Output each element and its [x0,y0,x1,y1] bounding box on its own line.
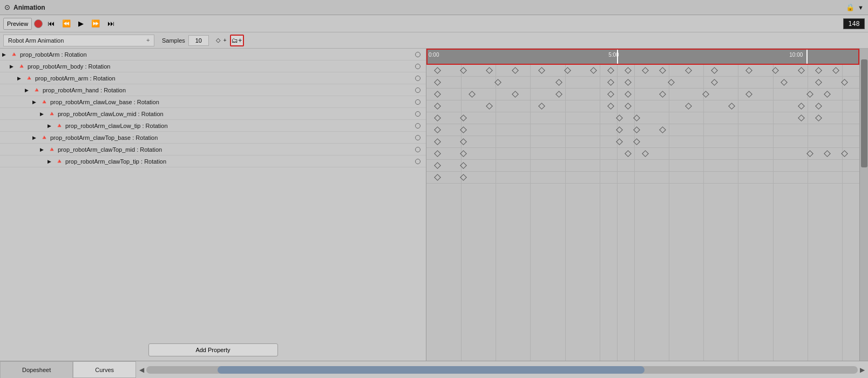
keyframe-diamond[interactable] [659,126,666,133]
key-dot[interactable] [415,159,421,164]
key-dot[interactable] [415,123,421,129]
lock-icon[interactable]: 🔒 [846,3,855,11]
keyframe-diamond[interactable] [607,91,614,98]
expand-arrow[interactable]: ▶ [10,64,16,69]
add-property-button[interactable]: Add Property [148,343,278,356]
to-end-button[interactable]: ⏭ [105,18,117,29]
keyframe-diamond[interactable] [815,67,822,74]
keyframe-diamond[interactable] [633,126,640,133]
keyframe-diamond[interactable] [590,67,597,74]
keyframe-diamond[interactable] [460,114,467,122]
expand-arrow[interactable]: ▶ [25,87,31,93]
clip-name-selector[interactable]: Robot Arm Animation ÷ [3,35,154,46]
keyframe-diamond[interactable] [625,103,632,110]
keyframe-diamond[interactable] [685,67,692,74]
timeline-tracks[interactable] [426,65,859,361]
scroll-left-arrow[interactable]: ◀ [139,366,144,374]
key-dot[interactable] [415,76,421,81]
keyframe-diamond[interactable] [685,103,692,110]
keyframe-diamond[interactable] [607,79,614,86]
keyframe-diamond[interactable] [469,91,476,98]
keyframe-diamond[interactable] [512,67,519,74]
keyframe-diamond[interactable] [625,91,632,98]
keyframe-diamond[interactable] [642,67,649,74]
keyframe-diamond[interactable] [460,126,467,133]
expand-arrow[interactable]: ▶ [17,76,24,81]
keyframe-diamond[interactable] [781,79,788,86]
expand-arrow[interactable]: ▶ [32,99,39,105]
keyframe-diamond[interactable] [711,79,718,86]
keyframe-diamond[interactable] [434,67,441,74]
preview-button[interactable]: Preview [3,18,32,30]
keyframe-diamond[interactable] [616,138,623,145]
expand-arrow[interactable]: ▶ [48,159,54,164]
keyframe-diamond[interactable] [460,138,467,145]
keyframe-diamond[interactable] [616,126,623,133]
next-frame-button[interactable]: ⏩ [89,18,103,29]
keyframe-diamond[interactable] [434,114,441,122]
keyframe-diamond[interactable] [434,103,441,110]
expand-arrow[interactable]: ▶ [2,52,9,57]
expand-arrow[interactable]: ▶ [40,111,46,117]
expand-arrow[interactable]: ▶ [32,135,39,140]
to-start-button[interactable]: ⏮ [45,18,57,29]
keyframe-diamond[interactable] [486,67,493,74]
keyframe-diamond[interactable] [460,162,467,169]
key-dot[interactable] [415,99,421,105]
key-dot[interactable] [415,111,421,117]
keyframe-diamond[interactable] [564,67,571,74]
keyframe-diamond[interactable] [806,91,813,98]
keyframe-diamond[interactable] [798,103,805,110]
key-dot[interactable] [415,147,421,152]
prev-frame-button[interactable]: ⏪ [59,18,73,29]
keyframe-diamond[interactable] [607,67,614,74]
tab-curves[interactable]: Curves [73,361,136,378]
keyframe-diamond[interactable] [642,150,649,157]
keyframe-diamond[interactable] [512,91,519,98]
keyframe-diamond[interactable] [798,114,805,122]
keyframe-diamond[interactable] [711,67,718,74]
keyframe-diamond[interactable] [625,67,632,74]
keyframe-diamond[interactable] [824,91,831,98]
key-dot[interactable] [415,135,421,140]
add-keyframe-button[interactable]: 🗂+ [230,35,244,46]
keyframe-diamond[interactable] [494,79,501,86]
keyframe-diamond[interactable] [486,103,493,110]
keyframe-diamond[interactable] [538,103,545,110]
keyframe-diamond[interactable] [625,79,632,86]
keyframe-diamond[interactable] [434,126,441,133]
keyframe-diamond[interactable] [841,79,848,86]
keyframe-diamond[interactable] [460,67,467,74]
keyframe-diamond[interactable] [460,150,467,157]
key-dot[interactable] [415,52,421,57]
keyframe-diamond[interactable] [434,79,441,86]
record-button[interactable] [34,19,43,28]
keyframe-diamond[interactable] [659,67,666,74]
keyframe-diamond[interactable] [815,79,822,86]
keyframe-diamond[interactable] [607,103,614,110]
key-dot[interactable] [415,64,421,69]
keyframe-diamond[interactable] [815,114,822,122]
keyframe-diamond[interactable] [616,114,623,122]
keyframe-diamond[interactable] [746,91,753,98]
play-button[interactable]: ▶ [76,18,86,29]
keyframe-diamond[interactable] [555,91,562,98]
keyframe-diamond[interactable] [832,67,839,74]
menu-icon[interactable]: ▼ [858,4,864,11]
timeline-ruler[interactable]: 0:00 5:00 10:00 [426,49,859,65]
keyframe-diamond[interactable] [729,103,736,110]
keyframe-diamond[interactable] [702,91,709,98]
scrollbar-vertical[interactable] [859,49,868,361]
scroll-thumb-horizontal[interactable] [218,366,645,374]
expand-arrow[interactable]: ▶ [48,123,54,129]
keyframe-diamond[interactable] [625,150,632,157]
keyframe-diamond[interactable] [633,138,640,145]
keyframe-diamond[interactable] [434,150,441,157]
samples-input[interactable] [188,35,209,46]
keyframe-diamond[interactable] [798,67,805,74]
keyframe-diamond[interactable] [772,67,779,74]
keyframe-diamond[interactable] [434,174,441,181]
key-dot[interactable] [415,87,421,93]
keyframe-diamond[interactable] [434,138,441,145]
keyframe-diamond[interactable] [460,174,467,181]
